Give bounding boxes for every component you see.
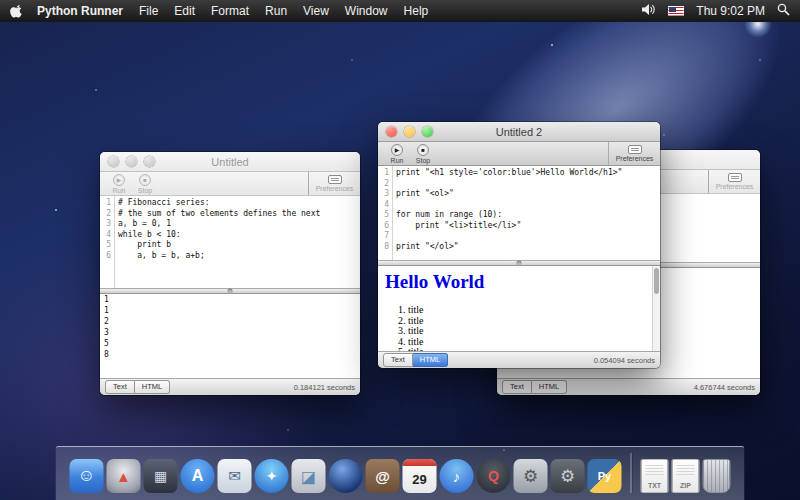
finder-dock-icon[interactable]: ☺ [70,459,104,493]
title-bar[interactable]: Untitled [100,152,360,172]
rendered-list-item: title [408,305,660,316]
input-source-flag-icon[interactable] [668,6,684,16]
output-line: 3 [100,327,360,338]
stop-button[interactable]: ■ Stop [132,172,158,195]
html-toggle[interactable]: HTML [413,353,448,367]
stop-button[interactable]: ■ Stop [410,142,436,165]
output-line: 8 [100,349,360,360]
menu-window[interactable]: Window [345,4,388,18]
window-title: Untitled 2 [378,126,660,138]
menu-help[interactable]: Help [404,4,429,18]
app-store-dock-icon[interactable]: A [181,459,215,493]
status-bar: Text HTML 0.184121 seconds [100,378,360,395]
zoom-button[interactable] [144,156,155,167]
launchpad-dock-icon[interactable]: ▲ [107,459,141,493]
globe-dock-icon[interactable] [329,459,363,493]
html-toggle[interactable]: HTML [532,380,567,394]
code-line: # Fibonacci series: [118,198,210,209]
output-area[interactable]: 1 1 2 3 5 8 [100,294,360,378]
trash-dock-icon[interactable] [703,459,731,493]
toolbar: ▶ Run ■ Stop Preferences [100,172,360,196]
run-button[interactable]: ▶ Run [106,172,132,195]
zip-file-dock-icon[interactable]: ZIP [672,459,700,493]
scrollbar-thumb[interactable] [654,268,659,294]
window-title: Untitled [100,156,360,168]
menu-format[interactable]: Format [211,4,249,18]
line-number: 3 [100,219,114,230]
menu-view[interactable]: View [303,4,329,18]
apple-menu[interactable] [10,4,23,19]
code-editor[interactable]: 1# Fibonacci series: 2# the sum of two e… [100,196,360,288]
menu-bar-clock[interactable]: Thu 9:02 PM [696,4,765,18]
status-bar: Text HTML 0.054094 seconds [378,351,660,368]
minimize-button[interactable] [126,156,137,167]
menu-file[interactable]: File [139,4,158,18]
run-button[interactable]: ▶ Run [384,142,410,165]
line-number: 6 [100,251,114,262]
splitter-grip-icon [517,261,522,266]
code-line: a, b = b, a+b; [118,251,205,262]
spotlight-icon[interactable] [777,3,790,19]
line-number: 8 [378,242,392,253]
code-line: a, b = 0, 1 [118,219,171,230]
title-bar[interactable]: Untitled 2 [378,122,660,142]
output-line: 2 [100,316,360,327]
preferences-button[interactable]: Preferences [308,172,360,195]
preferences-icon [628,145,642,154]
play-icon: ▶ [391,144,403,156]
code-editor[interactable]: 1print "<h1 style='color:blue'>Hello Wor… [378,166,660,260]
window-untitled: Untitled ▶ Run ■ Stop Preferences 1# Fib… [100,152,360,395]
python-runner-dock-icon[interactable]: Py [588,459,622,493]
html-toggle[interactable]: HTML [135,380,170,394]
menu-run[interactable]: Run [265,4,287,18]
html-output-area[interactable]: Hello World title title title title titl… [378,266,660,351]
text-toggle[interactable]: Text [383,353,413,367]
line-number: 1 [100,198,114,209]
line-number: 5 [378,210,392,221]
utilities-dock-icon[interactable]: ⚙ [551,459,585,493]
zoom-button[interactable] [422,126,433,137]
itunes-dock-icon[interactable]: ♪ [440,459,474,493]
output-mode-segmented-control: Text HTML [502,380,567,394]
preferences-button[interactable]: Preferences [608,142,660,165]
preferences-icon [728,173,742,182]
app-menu-title[interactable]: Python Runner [37,4,123,18]
vertical-scrollbar[interactable] [652,266,660,351]
menu-edit[interactable]: Edit [174,4,195,18]
close-button[interactable] [386,126,397,137]
code-line: while b < 10: [118,230,181,241]
window-untitled2: Untitled 2 ▶ Run ■ Stop Preferences 1pri… [378,122,660,368]
rendered-list-item: title [408,316,660,327]
preferences-button[interactable]: Preferences [708,170,760,193]
stop-icon: ■ [417,144,429,156]
rendered-list-item: title [408,326,660,337]
code-line: print "<h1 style='color:blue'>Hello Worl… [396,168,622,179]
contacts-dock-icon[interactable]: @ [366,459,400,493]
line-number: 6 [378,221,392,232]
preferences-label: Preferences [316,185,354,192]
output-mode-segmented-control: Text HTML [383,353,448,367]
text-toggle[interactable]: Text [502,380,532,394]
system-preferences-dock-icon[interactable]: ⚙ [514,459,548,493]
text-toggle[interactable]: Text [105,380,135,394]
calendar-dock-icon[interactable]: 29 [403,459,437,493]
line-number: 7 [378,231,392,242]
run-label: Run [391,157,404,164]
txt-file-dock-icon[interactable]: TXT [641,459,669,493]
rendered-list-item: title [408,337,660,348]
menu-bar: Python Runner File Edit Format Run View … [0,0,800,22]
quicktime-dock-icon[interactable]: Q [477,459,511,493]
preview-dock-icon[interactable]: ◪ [292,459,326,493]
mail-dock-icon[interactable]: ✉ [218,459,252,493]
minimize-button[interactable] [404,126,415,137]
safari-dock-icon[interactable]: ✦ [255,459,289,493]
preferences-icon [328,175,342,184]
stop-label: Stop [416,157,430,164]
splitter-grip-icon [228,289,233,294]
close-button[interactable] [108,156,119,167]
mission-control-dock-icon[interactable]: ▦ [144,459,178,493]
output-line: 5 [100,338,360,349]
line-number: 2 [100,209,114,220]
play-icon: ▶ [113,174,125,186]
volume-icon[interactable] [642,4,656,18]
